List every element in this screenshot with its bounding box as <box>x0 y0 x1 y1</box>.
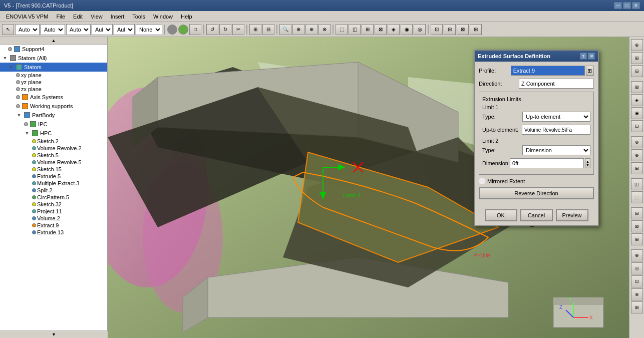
toolbar-btn-i[interactable]: ◈ <box>388 24 400 35</box>
right-btn-9[interactable]: ⊕ <box>631 149 643 161</box>
toolbar-btn-scissors[interactable]: ✂ <box>232 24 244 35</box>
right-btn-19[interactable]: ⊗ <box>631 288 643 300</box>
tree-item-extract9[interactable]: Extract.9 <box>0 222 107 229</box>
tree-item-partbody[interactable]: ▼ PartBody <box>0 111 107 120</box>
right-btn-12[interactable]: ⬚ <box>631 191 643 203</box>
tree-item-multextract3[interactable]: Multiple Extract.3 <box>0 180 107 187</box>
tree-item-volrev5[interactable]: Volume Revolve.5 <box>0 159 107 166</box>
tree-item-proj11[interactable]: Project.11 <box>0 208 107 215</box>
toolbar-btn-b[interactable]: ⊕ <box>292 24 304 35</box>
tree-item-support4[interactable]: Support4 <box>0 45 107 54</box>
maximize-button[interactable]: □ <box>623 2 631 9</box>
right-btn-2[interactable]: ⊞ <box>631 52 643 64</box>
tree-item-extrude13[interactable]: Extrude.13 <box>0 229 107 236</box>
preview-button[interactable]: Preview <box>556 209 588 221</box>
toolbar-btn-k[interactable]: ◎ <box>414 24 426 35</box>
tree-item-ipc[interactable]: IPC <box>0 120 107 129</box>
toolbar-select-4[interactable]: Aul <box>92 24 113 35</box>
tree-item-xy[interactable]: xy plane <box>0 72 107 79</box>
expand-partbody[interactable]: ▼ <box>16 112 22 118</box>
tree-item-vol2[interactable]: Volume.2 <box>0 215 107 222</box>
menu-insert[interactable]: Insert <box>107 13 129 21</box>
toolbar-select-2[interactable]: Auto <box>41 24 65 35</box>
dimension-input[interactable] <box>510 158 584 168</box>
up-to-input[interactable] <box>522 125 590 135</box>
tree-item-sketch5[interactable]: Sketch.5 <box>0 152 107 159</box>
right-btn-5[interactable]: ◈ <box>631 94 643 106</box>
right-btn-18[interactable]: ⊡ <box>631 275 643 287</box>
toolbar-btn-o[interactable]: ⊞ <box>470 24 482 35</box>
toolbar-btn-h[interactable]: ⊠ <box>375 24 387 35</box>
tree-item-extrude5[interactable]: Extrude.5 <box>0 173 107 180</box>
profile-picker-button[interactable]: ⊞ <box>586 66 594 76</box>
minimize-button[interactable]: ─ <box>614 2 622 9</box>
tree-item-yz[interactable]: yz plane <box>0 79 107 86</box>
right-btn-8[interactable]: ⊗ <box>631 136 643 148</box>
right-btn-17[interactable]: ◎ <box>631 262 643 274</box>
tree-item-axis[interactable]: Axis Systems <box>0 93 107 102</box>
cancel-button[interactable]: Cancel <box>520 209 553 221</box>
tree-item-stators[interactable]: ▼ Stators <box>0 63 107 72</box>
toolbar-cursor-button[interactable]: ↖ <box>2 24 14 35</box>
right-btn-20[interactable]: ⊞ <box>631 301 643 313</box>
type2-select[interactable]: Dimension Up-to element <box>522 145 590 155</box>
tree-item-sketch15[interactable]: Sketch.15 <box>0 166 107 173</box>
toolbar-btn-a[interactable]: 🔍 <box>279 24 291 35</box>
right-btn-6[interactable]: ◉ <box>631 107 643 119</box>
profile-input[interactable] <box>511 66 585 76</box>
toolbar-select-1[interactable]: Auto <box>15 24 40 35</box>
toolbar-btn-f[interactable]: ◫ <box>349 24 361 35</box>
menu-view[interactable]: View <box>87 13 107 21</box>
menu-tools[interactable]: Tools <box>128 13 149 21</box>
close-button[interactable]: ✕ <box>632 2 640 9</box>
expand-hpc[interactable]: ▼ <box>24 130 30 136</box>
toolbar-btn-c[interactable]: ⊕ <box>305 24 317 35</box>
expand-stators-all[interactable]: ▼ <box>2 55 8 61</box>
right-btn-1[interactable]: ⊕ <box>631 39 643 51</box>
right-btn-10[interactable]: ⊞ <box>631 162 643 174</box>
toolbar-btn-m[interactable]: ⊟ <box>444 24 456 35</box>
right-btn-13[interactable]: ⊟ <box>631 207 643 219</box>
direction-input[interactable] <box>519 79 594 89</box>
right-btn-3[interactable]: ⊟ <box>631 65 643 77</box>
tree-scroll-up[interactable]: ▲ <box>52 38 56 43</box>
type1-select[interactable]: Up-to element Dimension Up-to surface <box>522 112 590 122</box>
tree-item-sketch32[interactable]: Sketch.32 <box>0 201 107 208</box>
menu-file[interactable]: File <box>52 13 69 21</box>
menu-window[interactable]: Window <box>149 13 177 21</box>
toolbar-btn-square[interactable]: □ <box>189 24 201 35</box>
right-btn-4[interactable]: ⊠ <box>631 81 643 93</box>
menu-edit[interactable]: Edit <box>69 13 87 21</box>
toolbar-select-6[interactable]: None <box>136 24 162 35</box>
tree-item-sketch2[interactable]: Sketch.2 <box>0 138 107 145</box>
tree-item-working[interactable]: Working supports <box>0 102 107 111</box>
toolbar-btn-n[interactable]: ⊠ <box>457 24 469 35</box>
mirrored-extent-checkbox[interactable] <box>479 178 485 184</box>
tree-item-circpat5[interactable]: CircPattern.5 <box>0 194 107 201</box>
tree-item-hpc[interactable]: ▼ HPC <box>0 129 107 138</box>
toolbar-btn-green[interactable] <box>178 25 188 35</box>
dialog-help-button[interactable]: ? <box>580 53 587 60</box>
tree-item-zx[interactable]: zx plane <box>0 86 107 93</box>
dimension-up-button[interactable]: ▲ ▼ <box>585 158 590 168</box>
toolbar-select-3[interactable]: Auto <box>66 24 91 35</box>
toolbar-select-5[interactable]: Aul <box>114 24 135 35</box>
tree-item-stators-all[interactable]: ▼ Stators (All) <box>0 54 107 63</box>
dialog-close-button[interactable]: ✕ <box>588 53 595 60</box>
toolbar-btn-redo[interactable]: ↻ <box>219 24 231 35</box>
toolbar-btn-e[interactable]: ⬚ <box>336 24 348 35</box>
right-btn-14[interactable]: ⊠ <box>631 220 643 232</box>
tree-scroll-down[interactable]: ▼ <box>52 332 56 337</box>
toolbar-btn-j[interactable]: ◉ <box>401 24 413 35</box>
toolbar-btn-d[interactable]: ⊗ <box>318 24 331 35</box>
toolbar-btn-l[interactable]: ⊡ <box>431 24 443 35</box>
toolbar-btn-undo[interactable]: ↺ <box>206 24 218 35</box>
tree-item-volrev2[interactable]: Volume Revolve.2 <box>0 145 107 152</box>
right-btn-11[interactable]: ◫ <box>631 178 643 190</box>
toolbar-btn-copy[interactable]: ⊞ <box>249 24 261 35</box>
ok-button[interactable]: OK <box>485 209 517 221</box>
tree-item-split2[interactable]: Split.2 <box>0 187 107 194</box>
right-btn-16[interactable]: ⊕ <box>631 249 643 261</box>
menu-brand[interactable]: ENOVIA V5 VPM <box>2 13 52 21</box>
menu-help[interactable]: Help <box>177 13 196 21</box>
